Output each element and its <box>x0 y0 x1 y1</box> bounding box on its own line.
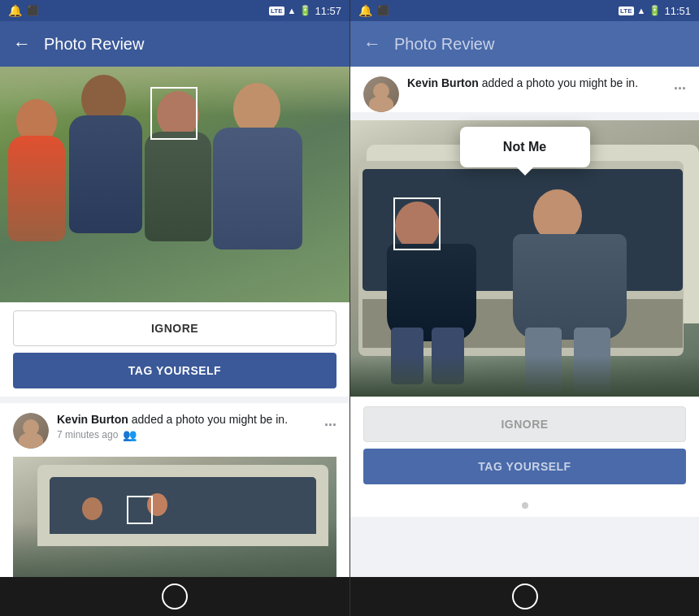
person2 <box>69 75 146 245</box>
right-post-more-button[interactable]: ... <box>674 76 686 93</box>
right-author-name: Kevin Burton <box>407 76 479 89</box>
lte-badge: LTE <box>269 7 284 15</box>
avatar-face-right <box>363 76 399 112</box>
post-header: Kevin Burton added a photo you might be … <box>13 413 336 449</box>
friends-icon: 👥 <box>123 428 137 441</box>
notification-icon: 🔔 <box>8 4 22 17</box>
first-photo-card: IGNORE TAG YOURSELF <box>0 67 350 397</box>
signal-icon-r: ▲ <box>637 6 646 15</box>
action-buttons-right: IGNORE TAG YOURSELF <box>350 397 699 492</box>
second-post-item: Kevin Burton added a photo you might be … <box>0 403 350 577</box>
home-button-left[interactable] <box>162 583 188 609</box>
status-bar-left-icons: 🔔 ⬛ <box>8 4 39 17</box>
content-area: IGNORE TAG YOURSELF Kevin Burton added a… <box>0 67 350 577</box>
right-post-item: Kevin Burton added a photo you might be … <box>350 67 699 112</box>
battery-icon: 🔋 <box>299 5 311 16</box>
right-post-author-text: Kevin Burton added a photo you might be … <box>407 76 666 89</box>
status-bar-right-right: LTE ▲ 🔋 11:51 <box>619 5 691 17</box>
app-header: ← Photo Review <box>0 21 350 67</box>
page-title: Photo Review <box>44 35 144 54</box>
right-post-action: added a photo you might be in. <box>479 76 638 89</box>
status-time: 11:57 <box>315 5 341 17</box>
person2-body <box>69 115 142 233</box>
sim-icon-r: ⬛ <box>377 5 389 16</box>
person3-body <box>145 132 211 241</box>
not-me-popup: Not Me <box>460 127 590 167</box>
person1-body <box>8 136 65 241</box>
car-photo-preview <box>13 457 336 577</box>
page-title-right: Photo Review <box>394 35 494 54</box>
home-button-right[interactable] <box>512 583 538 609</box>
notification-icon-r: 🔔 <box>358 4 372 17</box>
avatar-face <box>13 413 49 449</box>
content-area-right: Kevin Burton added a photo you might be … <box>350 67 699 577</box>
seated-body2 <box>513 234 627 340</box>
overlay-container: Not Me <box>350 120 699 397</box>
group-photo-bg <box>0 67 350 302</box>
right-post-meta: Kevin Burton added a photo you might be … <box>407 76 666 89</box>
tag-yourself-button-right[interactable]: TAG YOURSELF <box>363 449 686 484</box>
bottom-nav-left <box>0 577 350 616</box>
face-detection-box <box>150 87 198 140</box>
bottom-nav-right <box>350 577 699 616</box>
right-post-header: Kevin Burton added a photo you might be … <box>363 76 686 112</box>
post-more-button[interactable]: ... <box>324 413 336 430</box>
author-name: Kevin Burton <box>57 413 128 426</box>
app-header-right: ← Photo Review <box>350 21 699 67</box>
right-panel: 🔔 ⬛ LTE ▲ 🔋 11:51 ← Photo Review Kevin B… <box>350 0 699 616</box>
ignore-button-first[interactable]: IGNORE <box>13 310 336 346</box>
person4-body <box>213 128 302 249</box>
ignore-button-right[interactable]: IGNORE <box>363 406 686 442</box>
status-bar-right: 🔔 ⬛ LTE ▲ 🔋 11:51 <box>350 0 699 21</box>
back-button[interactable]: ← <box>13 33 31 54</box>
battery-icon-r: 🔋 <box>649 5 661 16</box>
status-bar-right-left: 🔔 ⬛ <box>358 4 389 17</box>
post-author-text: Kevin Burton added a photo you might be … <box>57 413 316 426</box>
lte-badge-r: LTE <box>619 7 634 15</box>
sim-icon: ⬛ <box>27 5 39 16</box>
car-person1 <box>78 497 111 538</box>
person1 <box>8 99 69 245</box>
signal-icon: ▲ <box>288 6 297 15</box>
back-button-right[interactable]: ← <box>363 33 381 54</box>
car-face-box-preview <box>127 496 153 524</box>
car-person1-head <box>82 497 102 520</box>
avatar <box>13 413 49 449</box>
not-me-label[interactable]: Not Me <box>503 140 546 154</box>
face-detection-box-right <box>393 197 441 250</box>
seated-person2 <box>513 189 635 352</box>
action-buttons-first: IGNORE TAG YOURSELF <box>0 302 350 397</box>
tag-yourself-button-first[interactable]: TAG YOURSELF <box>13 353 336 388</box>
status-bar-left: 🔔 ⬛ LTE ▲ 🔋 11:57 <box>0 0 350 21</box>
status-bar-right-icons: LTE ▲ 🔋 11:57 <box>269 5 341 17</box>
left-panel: 🔔 ⬛ LTE ▲ 🔋 11:57 ← Photo Review <box>0 0 350 616</box>
ground-bg <box>350 356 699 397</box>
post-meta: Kevin Burton added a photo you might be … <box>57 413 316 441</box>
avatar-right <box>363 76 399 112</box>
status-time-r: 11:51 <box>664 5 691 17</box>
post-time: 7 minutes ago <box>57 429 118 440</box>
post-action: added a photo you might be in. <box>128 413 288 426</box>
post-photo <box>13 457 336 577</box>
dot-indicator <box>522 502 528 509</box>
seated-body1 <box>387 244 476 341</box>
group-photo-container <box>0 67 350 302</box>
post-time-row: 7 minutes ago 👥 <box>57 428 316 441</box>
person4 <box>213 83 302 262</box>
dot-indicator-container <box>350 492 699 517</box>
